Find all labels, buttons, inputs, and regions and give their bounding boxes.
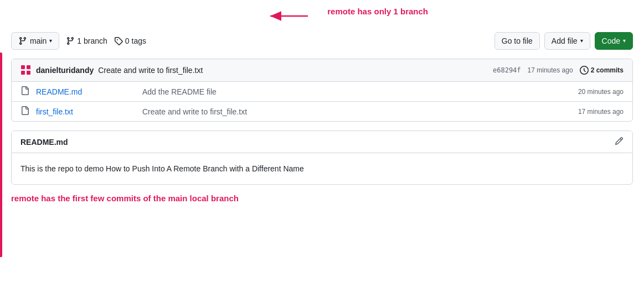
commits-count: 2 commits — [591, 66, 624, 74]
readme-content: This is the repo to demo How to Push Int… — [12, 153, 632, 184]
document-icon-2 — [20, 106, 29, 115]
toolbar: main ▾ 1 branch 0 tags Go to file — [11, 32, 633, 50]
document-icon — [20, 86, 29, 95]
branches-count-icon — [66, 36, 75, 45]
clock-icon — [580, 66, 589, 75]
commit-time: 17 minutes ago — [528, 66, 573, 74]
avatar-icon — [20, 65, 32, 76]
readme-title: README.md — [20, 138, 68, 147]
left-accent-bar — [0, 53, 2, 257]
branch-chevron: ▾ — [49, 35, 52, 46]
commit-author[interactable]: danielturidandy — [36, 66, 94, 75]
add-file-button[interactable]: Add file ▾ — [544, 32, 590, 50]
file-time-readme: 20 minutes ago — [578, 88, 624, 96]
svg-rect-2 — [21, 65, 25, 69]
annotation-top: remote has only 1 branch — [11, 6, 633, 28]
add-file-chevron: ▾ — [580, 35, 583, 46]
code-button[interactable]: Code ▾ — [595, 32, 633, 50]
file-name-firstfile[interactable]: first_file.txt — [36, 107, 136, 116]
commit-header-right: e68294f 17 minutes ago 2 commits — [493, 66, 624, 75]
grid-icon — [20, 65, 32, 76]
file-name-readme[interactable]: README.md — [36, 87, 136, 96]
annotation-bottom: remote has the first few commits of the … — [11, 194, 633, 203]
commit-message: Create and write to first_file.txt — [98, 66, 203, 75]
code-chevron: ▾ — [623, 35, 626, 46]
file-time-firstfile: 17 minutes ago — [578, 108, 624, 116]
annotation-arrow — [265, 8, 309, 24]
annotation-bottom-text: remote has the first few commits of the … — [11, 194, 239, 203]
commits-link[interactable]: 2 commits — [580, 66, 624, 75]
annotation-top-text: remote has only 1 branch — [327, 7, 428, 16]
table-row: README.md Add the README file 20 minutes… — [12, 82, 632, 102]
branches-info[interactable]: 1 branch — [66, 36, 107, 45]
branch-selector-button[interactable]: main ▾ — [11, 32, 59, 50]
edit-icon[interactable] — [615, 137, 624, 147]
readme-text: This is the repo to demo How to Push Int… — [20, 164, 624, 173]
tags-info[interactable]: 0 tags — [114, 36, 146, 45]
commit-header-left: danielturidandy Create and write to firs… — [20, 65, 203, 76]
svg-rect-3 — [21, 71, 25, 75]
readme-box: README.md This is the repo to demo How t… — [11, 130, 633, 185]
commit-header: danielturidandy Create and write to firs… — [12, 59, 632, 82]
repo-box: danielturidandy Create and write to firs… — [11, 59, 633, 122]
svg-rect-5 — [27, 71, 30, 75]
branch-label: main — [30, 35, 47, 46]
readme-header: README.md — [12, 131, 632, 153]
toolbar-right: Go to file Add file ▾ Code ▾ — [494, 32, 633, 50]
tags-count-label: 0 tags — [125, 36, 146, 45]
branch-icon — [18, 36, 27, 45]
tag-icon — [114, 36, 123, 45]
toolbar-left: main ▾ 1 branch 0 tags — [11, 32, 146, 50]
table-row: first_file.txt Create and write to first… — [12, 102, 632, 121]
go-to-file-button[interactable]: Go to file — [494, 32, 540, 50]
svg-rect-4 — [27, 65, 30, 69]
file-list: README.md Add the README file 20 minutes… — [12, 82, 632, 121]
file-commit-msg-firstfile: Create and write to first_file.txt — [142, 107, 571, 116]
commit-hash[interactable]: e68294f — [493, 66, 521, 74]
file-icon-firstfile — [20, 106, 29, 117]
file-icon-readme — [20, 86, 29, 97]
branches-count-label: 1 branch — [77, 36, 107, 45]
file-commit-msg-readme: Add the README file — [142, 87, 571, 96]
